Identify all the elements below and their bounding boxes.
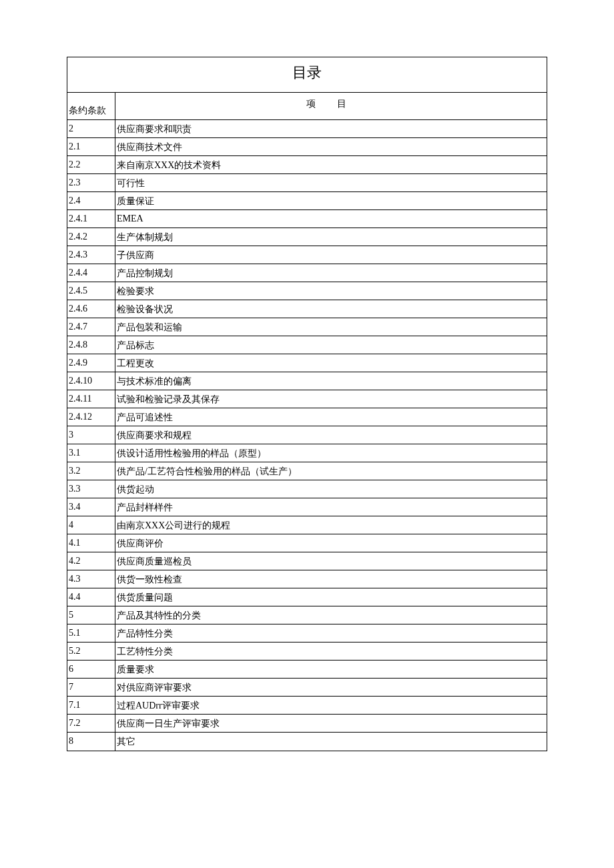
item-description: 产品标志 (115, 336, 547, 354)
item-description: 供货起动 (115, 480, 547, 498)
clause-number: 5.1 (67, 624, 115, 642)
item-description: 产品可追述性 (115, 408, 547, 426)
clause-number: 2.4.10 (67, 372, 115, 390)
item-description: 子供应商 (115, 246, 547, 264)
clause-number: 5 (67, 606, 115, 624)
item-description: 与技术标准的偏离 (115, 372, 547, 390)
clause-number: 3.3 (67, 480, 115, 498)
clause-number: 6 (67, 661, 115, 678)
clause-number: 3 (67, 426, 115, 444)
table-row: 2.4.10与技术标准的偏离 (67, 372, 547, 390)
table-row: 3.2供产品/工艺符合性检验用的样品（试生产） (67, 462, 547, 480)
clause-number: 4.2 (67, 552, 115, 570)
clause-number: 2.4.2 (67, 228, 115, 246)
clause-number: 4.3 (67, 570, 115, 588)
clause-number: 2.4.5 (67, 282, 115, 300)
table-row: 2.4.6检验设备状况 (67, 300, 547, 318)
item-description: 对供应商评审要求 (115, 679, 547, 696)
item-description: 由南京XXX公司进行的规程 (115, 516, 547, 534)
table-row: 2.4.12产品可追述性 (67, 408, 547, 426)
header-item-column: 项 目 (115, 93, 547, 119)
clause-number: 2.4.9 (67, 354, 115, 372)
clause-number: 3.1 (67, 444, 115, 462)
table-body: 2供应商要求和职责2.1供应商技术文件2.2来自南京XXX的技术资料2.3可行性… (67, 120, 547, 751)
table-row: 2.4质量保证 (67, 192, 547, 210)
item-description: 工艺特性分类 (115, 642, 547, 660)
item-description: 供应商要求和规程 (115, 426, 547, 444)
item-description: 可行性 (115, 174, 547, 191)
table-row: 4.1供应商评价 (67, 534, 547, 552)
clause-number: 2.1 (67, 138, 115, 155)
table-row: 8其它 (67, 733, 547, 751)
clause-number: 2.4.1 (67, 210, 115, 228)
table-row: 2供应商要求和职责 (67, 120, 547, 138)
item-description: 生产体制规划 (115, 228, 547, 246)
clause-number: 8 (67, 733, 115, 751)
table-row: 3供应商要求和规程 (67, 426, 547, 444)
table-row: 5产品及其特性的分类 (67, 606, 547, 624)
item-description: 产品特性分类 (115, 624, 547, 642)
clause-number: 7.1 (67, 697, 115, 714)
clause-number: 2.4 (67, 192, 115, 209)
table-row: 2.4.1EMEA (67, 210, 547, 228)
item-description: 供设计适用性检验用的样品（原型） (115, 444, 547, 462)
table-row: 2.3可行性 (67, 174, 547, 192)
item-description: 供货质量问题 (115, 588, 547, 606)
table-row: 7对供应商评审要求 (67, 679, 547, 697)
item-description: 供应商一日生产评审要求 (115, 715, 547, 732)
clause-number: 7.2 (67, 715, 115, 732)
clause-number: 2.4.3 (67, 246, 115, 264)
table-row: 5.2工艺特性分类 (67, 642, 547, 661)
item-description: 试验和检验记录及其保存 (115, 390, 547, 408)
toc-table: 目录 条约条款 项 目 2供应商要求和职责2.1供应商技术文件2.2来自南京XX… (67, 57, 547, 751)
table-row: 4.2供应商质量巡检员 (67, 552, 547, 570)
clause-number: 2.4.4 (67, 264, 115, 282)
item-description: 供货一致性检查 (115, 570, 547, 588)
table-row: 2.4.11试验和检验记录及其保存 (67, 390, 547, 408)
item-description: 产品包装和运输 (115, 318, 547, 336)
table-row: 2.4.5检验要求 (67, 282, 547, 300)
table-row: 7.2供应商一日生产评审要求 (67, 715, 547, 733)
table-row: 3.4产品封样样件 (67, 498, 547, 516)
item-description: 质量要求 (115, 661, 547, 678)
item-description: 产品及其特性的分类 (115, 606, 547, 624)
clause-number: 2.3 (67, 174, 115, 191)
item-description: 来自南京XXX的技术资料 (115, 156, 547, 173)
clause-number: 2.2 (67, 156, 115, 173)
clause-number: 2.4.8 (67, 336, 115, 354)
item-description: 检验设备状况 (115, 300, 547, 318)
item-description: 产品控制规划 (115, 264, 547, 282)
item-description: 质量保证 (115, 192, 547, 209)
clause-number: 4.1 (67, 534, 115, 552)
table-row: 4.3供货一致性检查 (67, 570, 547, 588)
table-row: 7.1过程AUDrr评审要求 (67, 697, 547, 715)
table-row: 3.1供设计适用性检验用的样品（原型） (67, 444, 547, 462)
clause-number: 2.4.7 (67, 318, 115, 336)
table-row: 4由南京XXX公司进行的规程 (67, 516, 547, 534)
clause-number: 2.4.12 (67, 408, 115, 426)
table-row: 3.3供货起动 (67, 480, 547, 498)
table-row: 2.4.9工程更改 (67, 354, 547, 372)
table-title: 目录 (67, 57, 547, 93)
table-row: 2.1供应商技术文件 (67, 138, 547, 156)
item-description: 过程AUDrr评审要求 (115, 697, 547, 714)
clause-number: 2 (67, 120, 115, 137)
table-row: 2.4.3子供应商 (67, 246, 547, 264)
clause-number: 7 (67, 679, 115, 696)
table-row: 2.4.2生产体制规划 (67, 228, 547, 246)
item-description: EMEA (115, 210, 547, 228)
table-row: 2.4.8产品标志 (67, 336, 547, 354)
clause-number: 4 (67, 516, 115, 534)
item-description: 供应商技术文件 (115, 138, 547, 155)
clause-number: 3.4 (67, 498, 115, 516)
item-description: 产品封样样件 (115, 498, 547, 516)
item-description: 供应商评价 (115, 534, 547, 552)
item-description: 供产品/工艺符合性检验用的样品（试生产） (115, 462, 547, 480)
table-row: 4.4供货质量问题 (67, 588, 547, 606)
item-description: 工程更改 (115, 354, 547, 372)
table-row: 2.2来自南京XXX的技术资料 (67, 156, 547, 174)
table-row: 2.4.4产品控制规划 (67, 264, 547, 282)
header-clause-column: 条约条款 (67, 93, 115, 119)
item-description: 供应商质量巡检员 (115, 552, 547, 570)
table-header-row: 条约条款 项 目 (67, 93, 547, 120)
